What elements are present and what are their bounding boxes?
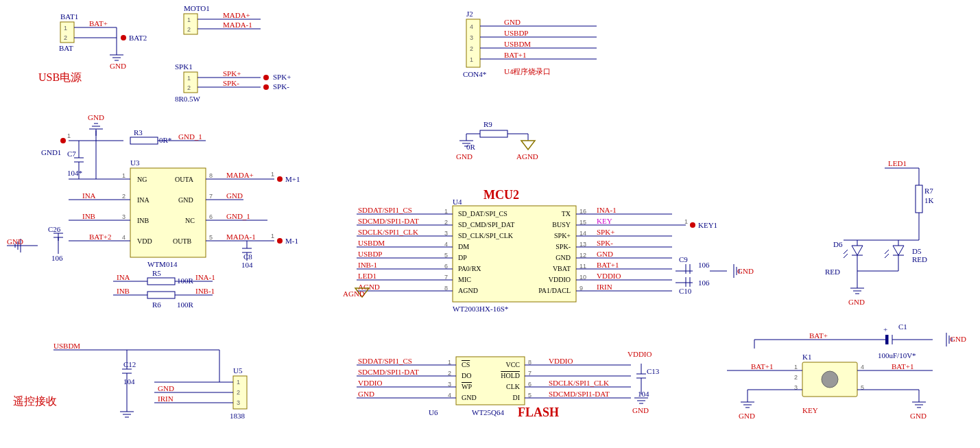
svg-text:1: 1 bbox=[122, 172, 126, 179]
svg-text:OUTA: OUTA bbox=[175, 176, 194, 183]
svg-text:104*: 104* bbox=[67, 169, 82, 177]
svg-text:7: 7 bbox=[209, 193, 213, 200]
svg-text:INA: INA bbox=[82, 191, 96, 200]
svg-text:GND: GND bbox=[226, 191, 243, 200]
c26-component: C26 106 GND bbox=[7, 225, 63, 262]
svg-rect-152 bbox=[147, 292, 175, 298]
svg-text:USBDP: USBDP bbox=[358, 250, 382, 258]
j2-component: J2 4 3 2 1 CON4* GND USBDP USBDM BAT+1 U… bbox=[463, 10, 597, 78]
svg-text:VDDIO: VDDIO bbox=[597, 272, 621, 280]
svg-text:VDD: VDD bbox=[137, 237, 152, 245]
svg-text:3: 3 bbox=[470, 34, 473, 41]
svg-text:SPK-: SPK- bbox=[273, 82, 289, 91]
mcu2-title: MCU2 bbox=[483, 188, 519, 202]
svg-text:TX: TX bbox=[562, 210, 571, 217]
svg-point-7 bbox=[121, 35, 126, 40]
svg-text:2: 2 bbox=[187, 84, 191, 91]
cpldm-c12: USBDM C12 104 bbox=[53, 342, 219, 417]
svg-text:1: 1 bbox=[64, 25, 67, 32]
svg-text:DO: DO bbox=[462, 372, 471, 379]
svg-text:104: 104 bbox=[638, 390, 649, 398]
svg-text:4: 4 bbox=[122, 234, 126, 241]
svg-text:0R: 0R bbox=[466, 143, 476, 151]
svg-point-108 bbox=[60, 138, 66, 143]
svg-text:LED1: LED1 bbox=[888, 159, 907, 167]
svg-text:PA1/DACL: PA1/DACL bbox=[538, 287, 571, 294]
svg-text:GND: GND bbox=[739, 412, 755, 420]
svg-text:106: 106 bbox=[698, 261, 710, 269]
svg-text:GND: GND bbox=[632, 406, 649, 414]
svg-text:1: 1 bbox=[271, 233, 274, 239]
svg-text:AGND: AGND bbox=[343, 290, 365, 298]
svg-text:BAT: BAT bbox=[59, 44, 73, 52]
svg-line-310 bbox=[844, 250, 848, 254]
svg-text:INB: INB bbox=[117, 287, 130, 295]
svg-text:CS: CS bbox=[462, 361, 470, 368]
svg-text:HOLD: HOLD bbox=[501, 372, 520, 379]
svg-text:SPK-: SPK- bbox=[597, 239, 613, 247]
svg-text:1: 1 bbox=[794, 364, 798, 370]
svg-text:BAT+2: BAT+2 bbox=[89, 233, 111, 241]
svg-text:100uF/10V*: 100uF/10V* bbox=[878, 351, 916, 359]
svg-text:1K: 1K bbox=[924, 196, 934, 204]
svg-text:2: 2 bbox=[794, 374, 798, 381]
svg-text:GND: GND bbox=[7, 237, 23, 246]
svg-text:INB: INB bbox=[82, 212, 95, 220]
svg-text:OUTB: OUTB bbox=[173, 237, 192, 245]
svg-text:M+1: M+1 bbox=[285, 175, 300, 183]
svg-text:BAT+: BAT+ bbox=[809, 331, 828, 340]
svg-text:C9: C9 bbox=[679, 255, 688, 263]
svg-rect-116 bbox=[130, 137, 158, 144]
svg-text:INB: INB bbox=[137, 217, 150, 224]
svg-text:VDDIO: VDDIO bbox=[628, 350, 652, 358]
svg-text:SPK+: SPK+ bbox=[554, 232, 571, 239]
svg-text:1: 1 bbox=[67, 132, 71, 139]
svg-text:GND1: GND1 bbox=[41, 148, 61, 156]
bat1-component: BAT1 1 2 BAT BAT+ BAT2 GND bbox=[59, 12, 147, 70]
svg-text:SPK-: SPK- bbox=[223, 79, 239, 87]
svg-text:106: 106 bbox=[51, 254, 63, 262]
svg-text:M-1: M-1 bbox=[285, 237, 298, 245]
svg-text:INB-1: INB-1 bbox=[358, 261, 377, 269]
svg-point-322 bbox=[822, 371, 838, 388]
svg-text:VDDIO: VDDIO bbox=[549, 276, 571, 283]
svg-text:CLK: CLK bbox=[506, 383, 521, 390]
svg-text:GND: GND bbox=[178, 196, 193, 204]
svg-text:100R: 100R bbox=[177, 276, 194, 285]
svg-text:VDDIO: VDDIO bbox=[549, 357, 573, 365]
svg-text:GND: GND bbox=[158, 384, 174, 392]
schematic-canvas: BAT1 1 2 BAT BAT+ BAT2 GND USB电源 MOTO1 1… bbox=[0, 0, 980, 448]
svg-marker-64 bbox=[521, 141, 535, 150]
svg-text:BAT+1: BAT+1 bbox=[504, 51, 526, 59]
svg-text:C10: C10 bbox=[679, 287, 692, 295]
svg-text:MOTO1: MOTO1 bbox=[184, 4, 210, 12]
svg-text:SD_DAT/SPI_CS: SD_DAT/SPI_CS bbox=[458, 210, 507, 217]
svg-rect-54 bbox=[480, 130, 507, 137]
svg-marker-306 bbox=[852, 246, 863, 255]
svg-text:U4: U4 bbox=[453, 198, 462, 206]
led-section: LED1 R7 1K D5 RED D6 RED GND bbox=[825, 159, 934, 306]
svg-text:GND: GND bbox=[462, 394, 477, 401]
k1-section: K1 KEY 1 2 3 4 5 BAT+1 GND BAT+1 GND BAT… bbox=[727, 322, 966, 420]
svg-text:104: 104 bbox=[123, 377, 135, 386]
svg-line-303 bbox=[885, 254, 889, 258]
c7-component: C7 104* bbox=[67, 141, 84, 179]
svg-text:GND: GND bbox=[848, 298, 865, 306]
svg-text:GND: GND bbox=[88, 113, 104, 121]
svg-text:K1: K1 bbox=[802, 353, 811, 361]
svg-text:AGND: AGND bbox=[516, 152, 538, 161]
svg-text:C1: C1 bbox=[898, 322, 907, 331]
svg-text:104: 104 bbox=[241, 261, 253, 269]
svg-text:0R*: 0R* bbox=[159, 136, 171, 144]
svg-text:KEY: KEY bbox=[802, 406, 818, 414]
svg-text:1: 1 bbox=[684, 218, 688, 225]
svg-text:3: 3 bbox=[237, 399, 240, 406]
svg-text:BAT+1: BAT+1 bbox=[892, 362, 913, 370]
svg-text:5: 5 bbox=[209, 234, 213, 241]
svg-text:SDDAT/SPI1_CS: SDDAT/SPI1_CS bbox=[358, 206, 412, 214]
svg-text:SDDAT/SPI1_CS: SDDAT/SPI1_CS bbox=[358, 357, 412, 365]
svg-text:SPK1: SPK1 bbox=[175, 62, 193, 71]
svg-text:1: 1 bbox=[187, 75, 191, 82]
svg-text:R6: R6 bbox=[152, 300, 161, 309]
svg-text:GND: GND bbox=[504, 18, 521, 26]
